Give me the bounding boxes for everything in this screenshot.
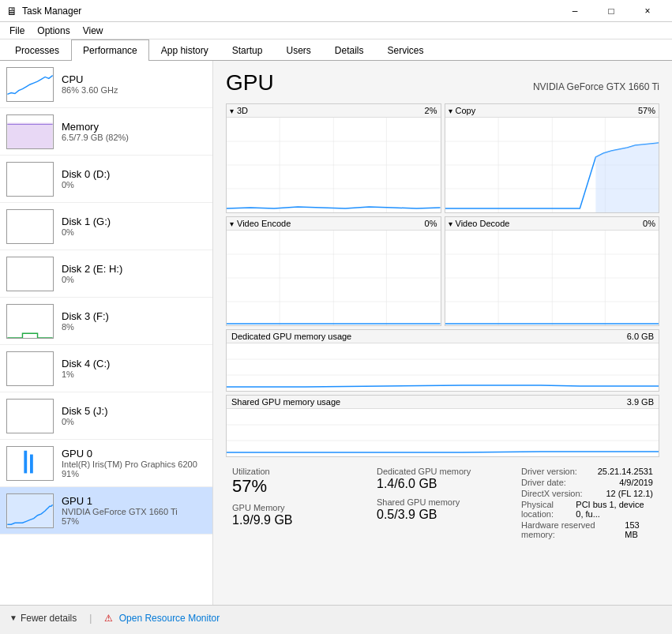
sidebar-item-disk0[interactable]: Disk 0 (D:) 0% — [0, 156, 212, 203]
disk1-detail: 0% — [62, 227, 206, 237]
disk3-name: Disk 3 (F:) — [62, 310, 206, 322]
menu-bar: File Options View — [0, 22, 672, 39]
dedicated-stat-value: 1.4/6.0 GB — [377, 476, 509, 491]
tab-users[interactable]: Users — [274, 39, 322, 61]
chart-decode-pct: 0% — [643, 219, 655, 228]
info-hw-reserved: Hardware reserved memory: 153 MB — [521, 520, 653, 539]
memory-name: Memory — [62, 121, 206, 133]
chart-encode-pct: 0% — [425, 219, 437, 228]
menu-options[interactable]: Options — [31, 24, 76, 37]
minimize-button[interactable]: – — [557, 0, 593, 22]
chart-3d-label: ▾ 3D 2% — [227, 104, 441, 118]
disk5-thumb — [6, 399, 54, 433]
sidebar-item-disk4[interactable]: Disk 4 (C:) 1% — [0, 345, 212, 392]
gpu1-detail: NVIDIA GeForce GTX 1660 Ti — [62, 507, 206, 516]
maximize-button[interactable]: □ — [593, 0, 629, 22]
gpu0-thumb — [6, 446, 54, 481]
title-bar: 🖥 Task Manager – □ × — [0, 0, 672, 22]
shared-label-text: Shared GPU memory usage — [231, 397, 340, 407]
gpu-mem-value: 1.9/9.9 GB — [232, 512, 364, 527]
chevron-decode-icon: ▾ — [449, 219, 452, 228]
gpu0-name: GPU 0 — [62, 448, 206, 460]
gpu1-info: GPU 1 NVIDIA GeForce GTX 1660 Ti 57% — [62, 495, 206, 526]
menu-file[interactable]: File — [3, 24, 31, 37]
cpu-name: CPU — [62, 73, 206, 85]
directx-key: DirectX version: — [521, 489, 583, 498]
disk2-name: Disk 2 (E: H:) — [62, 263, 206, 275]
disk2-info: Disk 2 (E: H:) 0% — [62, 263, 206, 284]
sidebar-item-cpu[interactable]: CPU 86% 3.60 GHz — [0, 61, 212, 108]
fewer-details-label: Fewer details — [21, 613, 77, 624]
svg-rect-5 — [7, 210, 52, 243]
stat-gpu-memory: GPU Memory 1.9/9.9 GB — [226, 500, 370, 531]
chart-decode-name: Video Decode — [456, 219, 510, 228]
svg-rect-45 — [227, 343, 659, 391]
app-title: Task Manager — [22, 6, 557, 17]
disk1-name: Disk 1 (G:) — [62, 216, 206, 227]
disk3-info: Disk 3 (F:) 8% — [62, 310, 206, 332]
tab-services[interactable]: Services — [376, 39, 436, 61]
disk5-detail: 0% — [62, 417, 206, 426]
chart-copy-pct: 57% — [638, 106, 655, 115]
sidebar-item-disk3[interactable]: Disk 3 (F:) 8% — [0, 298, 212, 345]
monitor-icon: ⚠ — [104, 613, 113, 624]
chart-video-decode: ▾ Video Decode 0% — [445, 216, 660, 326]
chart-decode-area — [445, 231, 659, 325]
menu-view[interactable]: View — [77, 24, 110, 37]
content-area: GPU NVIDIA GeForce GTX 1660 Ti ▾ 3D 2% — [213, 61, 672, 605]
hw-reserved-val: 153 MB — [625, 520, 653, 539]
tab-app-history[interactable]: App history — [149, 39, 220, 61]
gpu-header: GPU NVIDIA GeForce GTX 1660 Ti — [226, 70, 659, 96]
sidebar-item-gpu1[interactable]: GPU 1 NVIDIA GeForce GTX 1660 Ti 57% — [0, 487, 212, 535]
memory-detail: 6.5/7.9 GB (82%) — [62, 133, 206, 142]
disk1-info: Disk 1 (G:) 0% — [62, 216, 206, 237]
gpu1-pct: 57% — [62, 516, 206, 526]
cpu-thumb — [6, 67, 54, 102]
stat-dedicated-mem: Dedicated GPU memory 1.4/6.0 GB — [370, 463, 515, 494]
shared-stat-label: Shared GPU memory — [377, 497, 509, 507]
chart-video-encode: ▾ Video Encode 0% — [226, 216, 441, 326]
memory-info: Memory 6.5/7.9 GB (82%) — [62, 121, 206, 142]
info-block: Driver version: 25.21.14.2531 Driver dat… — [515, 463, 659, 544]
driver-version-val: 25.21.14.2531 — [598, 467, 653, 476]
chart-dedicated-label: Dedicated GPU memory usage 6.0 GB — [227, 330, 659, 343]
stat-utilization: Utilization 57% — [226, 463, 370, 500]
chart-copy-area — [445, 118, 659, 212]
svg-rect-2 — [7, 122, 52, 148]
app-icon: 🖥 — [6, 5, 17, 17]
cpu-info: CPU 86% 3.60 GHz — [62, 73, 206, 95]
phys-loc-val: PCI bus 1, device 0, fu... — [576, 500, 653, 519]
tab-details[interactable]: Details — [323, 39, 376, 61]
open-resource-monitor-button[interactable]: ⚠ Open Resource Monitor — [104, 613, 220, 624]
disk4-info: Disk 4 (C:) 1% — [62, 358, 206, 379]
chart-encode-name: Video Encode — [237, 219, 291, 228]
info-phys-location: Physical location: PCI bus 1, device 0, … — [521, 500, 653, 519]
sidebar-item-memory[interactable]: Memory 6.5/7.9 GB (82%) — [0, 108, 212, 156]
close-button[interactable]: × — [629, 0, 666, 22]
chart-decode-label: ▾ Video Decode 0% — [445, 217, 659, 231]
chart-copy-label: ▾ Copy 57% — [445, 104, 659, 118]
sidebar-item-gpu0[interactable]: GPU 0 Intel(R) Iris(TM) Pro Graphics 620… — [0, 440, 212, 487]
chart-encode-label: ▾ Video Encode 0% — [227, 217, 441, 231]
sidebar-item-disk1[interactable]: Disk 1 (G:) 0% — [0, 203, 212, 250]
svg-rect-6 — [7, 257, 52, 291]
bottom-bar: ▼ Fewer details | ⚠ Open Resource Monito… — [0, 605, 672, 630]
util-value: 57% — [232, 476, 364, 497]
disk2-thumb — [6, 257, 54, 291]
tab-processes[interactable]: Processes — [3, 39, 71, 61]
hw-reserved-key: Hardware reserved memory: — [521, 520, 625, 539]
svg-rect-12 — [30, 454, 33, 473]
sidebar-item-disk2[interactable]: Disk 2 (E: H:) 0% — [0, 250, 212, 298]
disk4-detail: 1% — [62, 370, 206, 379]
window-controls: – □ × — [557, 0, 666, 22]
sidebar-item-disk5[interactable]: Disk 5 (J:) 0% — [0, 392, 212, 440]
shared-max: 3.9 GB — [627, 397, 654, 407]
driver-date-key: Driver date: — [521, 478, 566, 487]
util-label: Utilization — [232, 467, 364, 476]
tab-startup[interactable]: Startup — [220, 39, 275, 61]
chart-shared-mem: Shared GPU memory usage 3.9 GB — [226, 395, 659, 457]
tab-performance[interactable]: Performance — [71, 39, 149, 61]
fewer-details-button[interactable]: ▼ Fewer details — [9, 613, 77, 624]
chart-3d-area — [227, 118, 441, 212]
gpu0-pct: 91% — [62, 469, 206, 478]
